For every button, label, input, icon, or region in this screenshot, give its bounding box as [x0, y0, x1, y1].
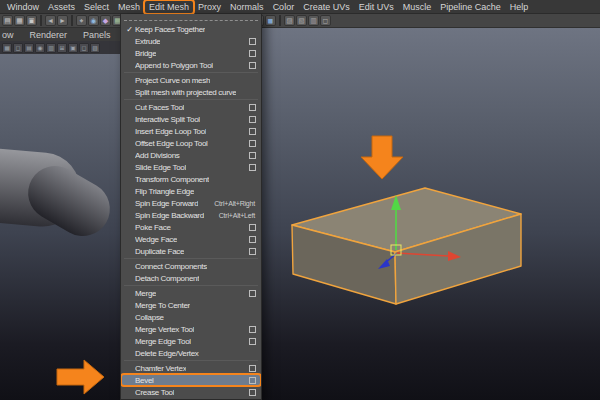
bookmarks-icon[interactable]: ◉	[35, 43, 45, 53]
menubar-item-edit-mesh[interactable]: Edit Mesh	[145, 1, 193, 13]
outliner-icon[interactable]: ▥	[308, 15, 319, 26]
option-box-icon[interactable]	[249, 224, 256, 231]
menubar-item-create-uvs[interactable]: Create UVs	[299, 1, 354, 13]
menu-item-detach-component[interactable]: Detach Component	[121, 272, 261, 284]
menu-item-label: Flip Triangle Edge	[135, 187, 194, 196]
option-box-icon[interactable]	[249, 248, 256, 255]
menu-item-append-to-polygon-tool[interactable]: Append to Polygon Tool	[121, 59, 261, 71]
menubar-item-edit-uvs[interactable]: Edit UVs	[355, 1, 398, 13]
menu-item-chamfer-vertex[interactable]: Chamfer Vertex	[121, 362, 261, 374]
open-scene-icon[interactable]: ▦	[14, 15, 25, 26]
menu-item-flip-triangle-edge[interactable]: Flip Triangle Edge	[121, 185, 261, 197]
menu-item-bevel[interactable]: Bevel	[121, 374, 261, 386]
scene-canvas[interactable]	[0, 28, 600, 400]
option-box-icon[interactable]	[249, 62, 256, 69]
option-box-icon[interactable]	[249, 116, 256, 123]
select-camera-icon[interactable]: ▦	[2, 43, 12, 53]
menu-item-transform-component[interactable]: Transform Component	[121, 173, 261, 185]
menubar-item-pipeline-cache[interactable]: Pipeline Cache	[436, 1, 505, 13]
option-box-icon[interactable]	[249, 365, 256, 372]
menu-item-slide-edge-tool[interactable]: Slide Edge Tool	[121, 161, 261, 173]
menu-item-add-divisions[interactable]: Add Divisions	[121, 149, 261, 161]
menu-item-collapse[interactable]: Collapse	[121, 311, 261, 323]
panel-menu-panels[interactable]: Panels	[75, 30, 119, 40]
menubar-item-assets[interactable]: Assets	[44, 1, 79, 13]
render-settings-icon[interactable]: ◼	[265, 15, 276, 26]
menu-item-label: Insert Edge Loop Tool	[135, 127, 206, 136]
paint-effects-icon[interactable]: ▨	[284, 15, 295, 26]
image-plane-icon[interactable]: ▥	[46, 43, 56, 53]
menu-item-label: Spin Edge Backward	[135, 211, 204, 220]
film-gate-icon[interactable]: ▣	[68, 43, 78, 53]
option-box-icon[interactable]	[249, 389, 256, 396]
menu-item-label: Project Curve on mesh	[135, 76, 210, 85]
polygon-cube[interactable]	[292, 188, 521, 304]
menu-item-wedge-face[interactable]: Wedge Face	[121, 233, 261, 245]
select-hierarchy-icon[interactable]: ⌖	[76, 15, 87, 26]
menu-item-bridge[interactable]: Bridge	[121, 47, 261, 59]
select-object-icon[interactable]: ◉	[88, 15, 99, 26]
menubar-item-color[interactable]: Color	[269, 1, 299, 13]
menu-item-duplicate-face[interactable]: Duplicate Face	[121, 245, 261, 257]
option-box-icon[interactable]	[249, 104, 256, 111]
new-scene-icon[interactable]: ▤	[2, 15, 13, 26]
view-grid-icon[interactable]: ⊞	[57, 43, 67, 53]
option-box-icon[interactable]	[249, 164, 256, 171]
menu-item-label: Delete Edge/Vertex	[135, 349, 199, 358]
menu-item-offset-edge-loop-tool[interactable]: Offset Edge Loop Tool	[121, 137, 261, 149]
menu-item-keep-faces-together[interactable]: ✓Keep Faces Together	[121, 23, 261, 35]
menubar-item-proxy[interactable]: Proxy	[194, 1, 225, 13]
option-box-icon[interactable]	[249, 236, 256, 243]
menu-item-cut-faces-tool[interactable]: Cut Faces Tool	[121, 101, 261, 113]
menu-item-label: Crease Tool	[135, 388, 174, 397]
menu-item-merge-edge-tool[interactable]: Merge Edge Tool	[121, 335, 261, 347]
menu-item-project-curve-on-mesh[interactable]: Project Curve on mesh	[121, 74, 261, 86]
menu-item-merge-vertex-tool[interactable]: Merge Vertex Tool	[121, 323, 261, 335]
option-box-icon[interactable]	[249, 128, 256, 135]
camera-attributes-icon[interactable]: ▤	[24, 43, 34, 53]
menu-item-shortcut: Ctrl+Alt+Left	[219, 212, 256, 219]
menu-item-merge-to-center[interactable]: Merge To Center	[121, 299, 261, 311]
viewport[interactable]: owRendererPanels ▦◻▤◉▥⊞▣◻▨	[0, 28, 600, 400]
toolbar-separator	[71, 15, 73, 26]
menu-item-interactive-split-tool[interactable]: Interactive Split Tool	[121, 113, 261, 125]
menu-item-split-mesh-with-projected-curve[interactable]: Split mesh with projected curve	[121, 86, 261, 98]
option-box-icon[interactable]	[249, 38, 256, 45]
panel-menu-ow[interactable]: ow	[0, 30, 22, 40]
menu-item-spin-edge-forward[interactable]: Spin Edge ForwardCtrl+Alt+Right	[121, 197, 261, 209]
cylinder-arm-object[interactable]	[0, 144, 120, 245]
menu-tearoff-handle[interactable]	[124, 16, 258, 21]
menubar-item-muscle[interactable]: Muscle	[399, 1, 436, 13]
redo-icon[interactable]: ►	[57, 15, 68, 26]
option-box-icon[interactable]	[249, 140, 256, 147]
gate-mask-icon[interactable]: ▨	[90, 43, 100, 53]
menubar-item-mesh[interactable]: Mesh	[114, 1, 144, 13]
menubar-item-window[interactable]: Window	[3, 1, 43, 13]
option-box-icon[interactable]	[249, 326, 256, 333]
menubar-item-help[interactable]: Help	[506, 1, 533, 13]
save-scene-icon[interactable]: ▣	[26, 15, 37, 26]
option-box-icon[interactable]	[249, 50, 256, 57]
menu-item-connect-components[interactable]: Connect Components	[121, 260, 261, 272]
resolution-gate-icon[interactable]: ◻	[79, 43, 89, 53]
menu-item-poke-face[interactable]: Poke Face	[121, 221, 261, 233]
menu-item-merge[interactable]: Merge	[121, 287, 261, 299]
select-component-icon[interactable]: ◆	[100, 15, 111, 26]
hypershade-icon[interactable]: ◻	[320, 15, 331, 26]
menubar-item-normals[interactable]: Normals	[226, 1, 268, 13]
menubar-item-select[interactable]: Select	[80, 1, 113, 13]
panel-menu-renderer[interactable]: Renderer	[22, 30, 76, 40]
menu-item-crease-tool[interactable]: Crease Tool	[121, 386, 261, 398]
option-box-icon[interactable]	[249, 290, 256, 297]
toolbox-icon[interactable]: ▧	[296, 15, 307, 26]
option-box-icon[interactable]	[249, 152, 256, 159]
menu-item-spin-edge-backward[interactable]: Spin Edge BackwardCtrl+Alt+Left	[121, 209, 261, 221]
menu-item-extrude[interactable]: Extrude	[121, 35, 261, 47]
option-box-icon[interactable]	[249, 377, 256, 384]
undo-icon[interactable]: ◄	[45, 15, 56, 26]
maya-window: WindowAssetsSelectMeshEdit MeshProxyNorm…	[0, 0, 600, 400]
option-box-icon[interactable]	[249, 338, 256, 345]
menu-item-insert-edge-loop-tool[interactable]: Insert Edge Loop Tool	[121, 125, 261, 137]
lock-camera-icon[interactable]: ◻	[13, 43, 23, 53]
menu-item-delete-edge-vertex[interactable]: Delete Edge/Vertex	[121, 347, 261, 359]
